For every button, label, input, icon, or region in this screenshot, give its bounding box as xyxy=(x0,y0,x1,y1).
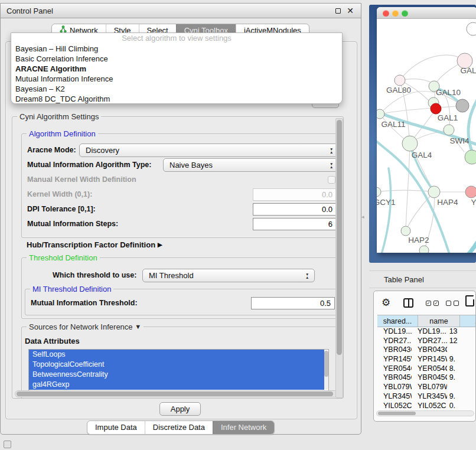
network-node[interactable] xyxy=(456,99,469,112)
hub-definition-toggle[interactable]: Hub/Transcription Factor Definition ▶ xyxy=(27,240,162,249)
network-node[interactable] xyxy=(377,187,381,197)
tab-impute-data[interactable]: Impute Data xyxy=(87,421,145,434)
table-cell: 0. xyxy=(447,402,476,409)
attributes-scrollbar[interactable] xyxy=(324,350,328,390)
attribute-item[interactable]: BetweennessCentrality xyxy=(29,370,324,380)
close-traffic-light-icon[interactable] xyxy=(383,10,389,17)
tab-discretize-data[interactable]: Discretize Data xyxy=(145,421,213,434)
gear-icon[interactable]: ⚙ xyxy=(382,298,390,308)
algorithm-option[interactable]: ARACNE Algorithm xyxy=(11,64,342,74)
network-node[interactable] xyxy=(402,136,418,151)
network-node[interactable] xyxy=(465,186,476,198)
network-node[interactable] xyxy=(465,150,476,164)
settings-hscrollbar[interactable] xyxy=(15,390,341,397)
network-node[interactable] xyxy=(401,226,410,236)
algorithm-option[interactable]: Dream8 DC_TDC Algorithm xyxy=(11,94,342,104)
network-node[interactable] xyxy=(431,103,441,114)
node-label: GAL11 xyxy=(381,120,405,129)
minimized-panel-icon[interactable] xyxy=(4,441,11,448)
network-canvas[interactable]: GALGAL80GAL10GAL11GAL1SWI4GAL4GCY1HAP4YH… xyxy=(377,19,476,253)
select-all-checks-icon[interactable] xyxy=(433,301,439,306)
panel-title: Control Panel xyxy=(6,4,53,18)
aracne-mode-select[interactable]: Discovery xyxy=(79,144,339,157)
network-node[interactable] xyxy=(467,22,476,35)
node-label: GCY1 xyxy=(377,198,395,207)
page-icon[interactable] xyxy=(465,295,474,306)
network-edge xyxy=(377,190,434,192)
network-node[interactable] xyxy=(419,246,429,253)
mi-threshold-label: Mutual Information Threshold: xyxy=(31,299,138,307)
network-edge xyxy=(452,230,476,253)
network-graph[interactable]: GALGAL80GAL10GAL11GAL1SWI4GAL4GCY1HAP4YH… xyxy=(377,19,476,253)
column-header[interactable]: shared... xyxy=(377,315,418,327)
mi-algorithm-type-select[interactable]: Naive Bayes xyxy=(163,158,339,172)
network-node[interactable] xyxy=(377,109,384,119)
network-node[interactable] xyxy=(395,75,405,86)
manual-kernel-checkbox[interactable] xyxy=(328,176,335,184)
table-panel-title: Table Panel xyxy=(384,271,424,289)
dpi-tolerance-field[interactable]: 0.0 xyxy=(253,203,337,216)
minimize-traffic-light-icon[interactable] xyxy=(392,10,399,17)
algorithm-option[interactable]: Mutual Information Inference xyxy=(11,74,342,84)
divider-handle-icon[interactable]: ◂ xyxy=(361,214,364,220)
table-row[interactable]: YIL052CYIL052C0. xyxy=(377,402,476,409)
table-hscrollbar-thumb[interactable] xyxy=(378,412,416,415)
mi-threshold-group-title: MI Threshold Definition xyxy=(30,285,113,294)
attribute-item[interactable]: TopologicalCoefficient xyxy=(29,360,324,370)
table-cell: 9. xyxy=(447,373,476,383)
table-row[interactable]: YLR345WYLR345W9. xyxy=(377,392,476,402)
table-row[interactable]: YBR043CYBR043C xyxy=(377,345,476,355)
tab-label: Discretize Data xyxy=(153,420,205,435)
close-icon[interactable]: ✕ xyxy=(347,4,354,18)
tab-infer-network[interactable]: Infer Network xyxy=(213,421,274,434)
settings-hscrollbar-thumb[interactable] xyxy=(17,392,333,396)
node-label: GAL1 xyxy=(438,113,458,122)
table-header-row: shared...nameA xyxy=(377,315,476,327)
table-cell: YBR043C xyxy=(377,345,412,355)
zoom-traffic-light-icon[interactable] xyxy=(402,10,408,17)
select-all-checks-icon[interactable] xyxy=(426,301,431,306)
attribute-item[interactable]: gal4RGexp xyxy=(29,380,324,390)
columns-icon[interactable] xyxy=(403,298,413,308)
table-cell: YIL052C xyxy=(377,402,412,409)
algorithm-options-list: Bayesian – Hill ClimbingBasic Correlatio… xyxy=(11,44,342,104)
stepper-icon xyxy=(330,146,334,155)
table-row[interactable]: YDL19...YDL19...13 xyxy=(377,327,476,337)
apply-button[interactable]: Apply xyxy=(159,402,201,416)
settings-vscrollbar-thumb[interactable] xyxy=(337,120,342,355)
network-node[interactable] xyxy=(444,125,454,135)
attributes-scrollbar-thumb[interactable] xyxy=(324,351,328,377)
stepper-icon xyxy=(305,271,310,281)
sources-title-text: Sources for Network Inference xyxy=(29,322,133,331)
table-cell: YBR045C xyxy=(412,373,447,383)
table-row[interactable]: YDR27...YDR27...12 xyxy=(377,337,476,346)
data-attributes-list[interactable]: SelfLoopsTopologicalCoefficientBetweenne… xyxy=(28,349,329,391)
deselect-checks-icon[interactable] xyxy=(454,301,459,306)
data-attributes-label: Data Attributes xyxy=(25,337,80,345)
table-row[interactable]: YBR045CYBR045C9. xyxy=(377,373,476,383)
sources-group-title[interactable]: Sources for Network Inference ▼ xyxy=(27,322,144,331)
algorithm-option[interactable]: Basic Correlation Inference xyxy=(11,54,342,64)
table-cell: 9. xyxy=(447,355,476,364)
table-row[interactable]: YER054CYER054C8. xyxy=(377,364,476,374)
table-row[interactable]: YBL079WYBL079W xyxy=(377,383,476,392)
attribute-item[interactable]: SelfLoops xyxy=(29,350,324,360)
deselect-checks-icon[interactable] xyxy=(446,301,451,306)
column-header[interactable]: A xyxy=(460,315,476,327)
algorithm-option[interactable]: Bayesian – Hill Climbing xyxy=(11,44,342,54)
mi-steps-field[interactable]: 6 xyxy=(253,218,337,230)
table-cell: YDR27... xyxy=(377,337,412,346)
network-view-window[interactable]: GALGAL80GAL10GAL11GAL1SWI4GAL4GCY1HAP4YH… xyxy=(377,7,476,253)
which-threshold-select[interactable]: MI Threshold xyxy=(142,269,315,282)
algorithm-option[interactable]: Bayesian – K2 xyxy=(11,84,342,94)
table-row[interactable]: YPR145WYPR145W9. xyxy=(377,355,476,364)
float-window-icon[interactable] xyxy=(335,8,341,14)
settings-vscrollbar[interactable] xyxy=(335,118,343,398)
node-label: HAP4 xyxy=(437,198,458,207)
column-header[interactable]: name xyxy=(418,315,460,327)
dropdown-prompt: Select algorithm to view settings xyxy=(11,33,342,44)
mi-threshold-field[interactable]: 0.5 xyxy=(251,297,335,309)
network-node[interactable] xyxy=(428,186,440,198)
table-hscrollbar[interactable] xyxy=(376,410,474,416)
table-cell: YER054C xyxy=(412,364,447,374)
